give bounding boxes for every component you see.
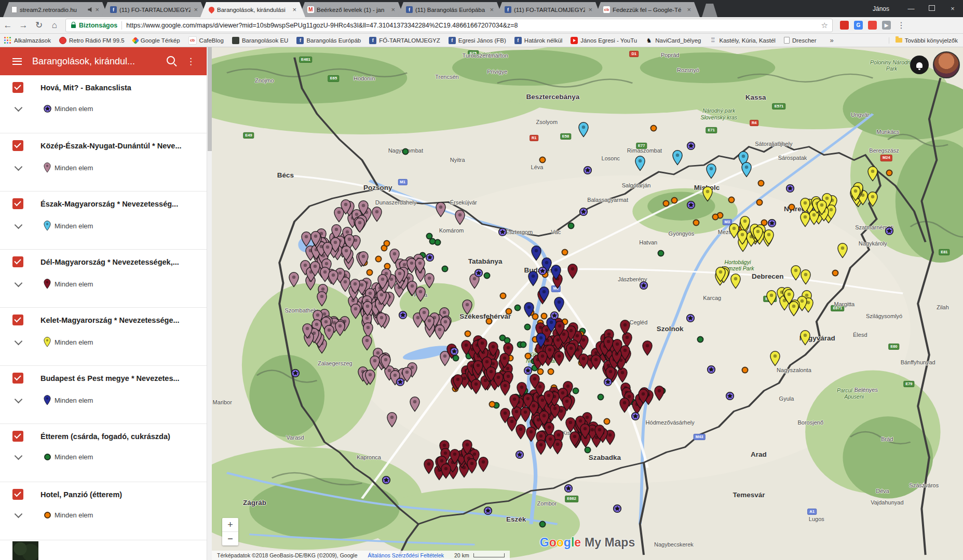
chevron-down-icon[interactable] <box>15 279 23 287</box>
home-icon[interactable]: ⌂ <box>47 20 62 31</box>
kelet-magyarorszag-marker[interactable] <box>752 226 763 242</box>
etterem-marker[interactable] <box>697 336 703 343</box>
hotel-marker[interactable] <box>832 269 839 276</box>
hotel-marker[interactable] <box>886 170 893 176</box>
bakancslista-marker[interactable] <box>686 200 696 210</box>
bakancslista-marker[interactable] <box>473 268 483 278</box>
bakancslista-marker[interactable] <box>381 475 391 485</box>
del-magyarorszag-marker[interactable] <box>537 351 548 366</box>
kozep-dunantul-marker[interactable] <box>372 206 383 222</box>
bakancslista-marker[interactable] <box>523 366 533 376</box>
budapest-marker[interactable] <box>550 264 561 280</box>
del-magyarorszag-marker[interactable] <box>452 374 463 390</box>
kozep-dunantul-marker[interactable] <box>377 274 388 290</box>
hotel-marker[interactable] <box>506 308 512 315</box>
hotel-marker[interactable] <box>756 199 763 206</box>
tab-11-fo-tartalomjegyz[interactable]: f(11) FO-TARTALOMJEGYZ× <box>102 2 207 17</box>
kozep-dunantul-marker[interactable] <box>436 202 446 217</box>
terms-link[interactable]: Általános Szerződési Feltételek <box>368 552 444 558</box>
del-magyarorszag-marker[interactable] <box>509 394 520 409</box>
hotel-marker[interactable] <box>539 157 546 163</box>
bakancslista-marker[interactable] <box>785 183 795 193</box>
chevron-down-icon[interactable] <box>15 104 23 112</box>
etterem-marker[interactable] <box>514 305 521 311</box>
tab-close-icon[interactable]: × <box>292 6 297 13</box>
kelet-magyarorszag-marker[interactable] <box>817 200 828 215</box>
chevron-down-icon[interactable] <box>15 162 23 171</box>
del-magyarorszag-marker[interactable] <box>545 434 555 449</box>
menu-icon[interactable] <box>12 56 22 66</box>
etterem-marker[interactable] <box>658 250 664 257</box>
reload-icon[interactable]: ↻ <box>31 20 47 31</box>
extension-3-icon[interactable] <box>868 21 877 30</box>
del-magyarorszag-marker[interactable] <box>619 320 630 335</box>
layer-checkbox[interactable] <box>12 489 23 500</box>
hotel-marker[interactable] <box>758 180 765 187</box>
kelet-magyarorszag-marker[interactable] <box>770 350 781 366</box>
extension-2-icon[interactable]: G <box>854 21 863 30</box>
del-magyarorszag-marker[interactable] <box>594 424 605 440</box>
tab-close-icon[interactable]: × <box>94 6 100 13</box>
bookmark-kast-ly-k-ria-kast-l[interactable]: ♖Kastély, Kúria, Kastél <box>709 37 775 44</box>
del-magyarorszag-marker[interactable] <box>499 353 510 368</box>
tab-barangol-sok-kir-ndul-si[interactable]: Barangolások, kirándulási× <box>200 2 305 17</box>
del-magyarorszag-marker[interactable] <box>461 340 472 356</box>
kozep-dunantul-marker[interactable] <box>350 279 361 294</box>
del-magyarorszag-marker[interactable] <box>654 386 664 401</box>
bakancslista-marker[interactable] <box>537 266 547 276</box>
chevron-down-icon[interactable] <box>15 395 23 403</box>
bookmark-barangol-s-eur-p-b[interactable]: fBarangolás Európáb <box>296 37 361 44</box>
kozep-dunantul-marker[interactable] <box>328 270 338 285</box>
hotel-marker[interactable] <box>548 368 554 375</box>
zoom-out-button[interactable]: − <box>222 532 238 545</box>
del-magyarorszag-marker[interactable] <box>477 338 487 353</box>
bakancslista-marker[interactable] <box>396 377 405 387</box>
bookmark-star-icon[interactable]: ☆ <box>821 21 828 30</box>
layer-checkbox[interactable] <box>12 140 23 151</box>
eszak-magyarorszag-marker[interactable] <box>741 162 752 177</box>
etterem-marker[interactable] <box>426 233 432 239</box>
kozep-dunantul-marker[interactable] <box>381 354 391 370</box>
kelet-magyarorszag-marker[interactable] <box>850 186 861 201</box>
etterem-marker[interactable] <box>567 222 574 229</box>
del-magyarorszag-marker[interactable] <box>424 459 435 474</box>
bakancslista-marker[interactable] <box>398 310 408 320</box>
bakancslista-marker[interactable] <box>483 506 493 516</box>
del-magyarorszag-marker[interactable] <box>487 342 498 357</box>
tab-11-barangol-s-eur-p-ba[interactable]: f(11) Barangolás Európába× <box>398 2 503 17</box>
del-magyarorszag-marker[interactable] <box>612 339 623 354</box>
del-magyarorszag-marker[interactable] <box>543 390 554 405</box>
kozep-dunantul-marker[interactable] <box>289 272 300 288</box>
bakancslista-marker[interactable] <box>497 227 507 237</box>
kozep-dunantul-marker[interactable] <box>387 412 398 428</box>
kelet-magyarorszag-marker[interactable] <box>800 330 811 346</box>
kozep-dunantul-marker[interactable] <box>355 217 365 233</box>
del-magyarorszag-marker[interactable] <box>485 366 496 382</box>
kozep-dunantul-marker[interactable] <box>389 249 400 264</box>
tab-fedezz-k-fel-google-t[interactable]: cbFedezzük fel – Google-Té× <box>595 2 700 17</box>
kelet-magyarorszag-marker[interactable] <box>867 166 878 182</box>
del-magyarorszag-marker[interactable] <box>441 463 452 479</box>
bookmark-barangol-sok-eu[interactable]: Barangolások EU <box>232 37 289 44</box>
del-magyarorszag-marker[interactable] <box>473 360 484 375</box>
chevron-down-icon[interactable] <box>15 337 23 345</box>
hotel-marker[interactable] <box>489 401 496 407</box>
kozep-dunantul-marker[interactable] <box>358 200 369 216</box>
maximize-button[interactable] <box>921 5 942 12</box>
budapest-marker[interactable] <box>535 333 546 348</box>
hotel-marker[interactable] <box>464 331 471 337</box>
kozep-dunantul-marker[interactable] <box>415 258 426 274</box>
search-icon[interactable] <box>167 56 175 64</box>
kelet-magyarorszag-marker[interactable] <box>837 243 848 258</box>
layer-checkbox[interactable] <box>12 373 23 384</box>
sidebar-scrollbar[interactable] <box>207 47 212 560</box>
tab-stream2-retroradio-hu[interactable]: stream2.retroradio.hu× <box>3 2 108 17</box>
bakancslista-marker[interactable] <box>707 365 716 375</box>
browser-menu-icon[interactable]: ⋮ <box>897 20 905 30</box>
kozep-dunantul-marker[interactable] <box>418 307 429 323</box>
bakancslista-marker[interactable] <box>725 391 735 401</box>
tab-be-rkez-levelek-1-jan[interactable]: MBeérkező levelek (1) - jan× <box>299 2 404 17</box>
kozep-dunantul-marker[interactable] <box>310 231 321 247</box>
hotel-marker[interactable] <box>788 204 795 211</box>
hotel-marker[interactable] <box>650 125 657 132</box>
